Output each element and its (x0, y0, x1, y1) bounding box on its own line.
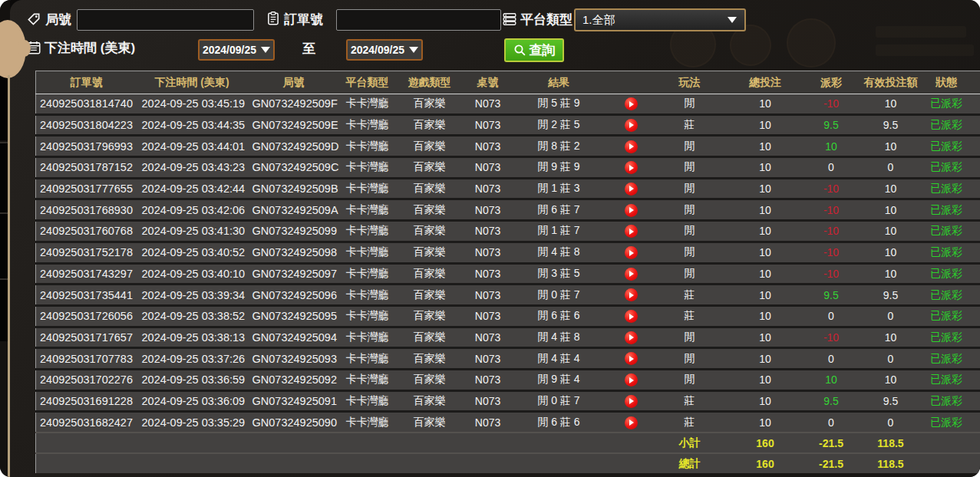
platform-type-select[interactable]: 1.全部 (574, 8, 746, 31)
round-number-input[interactable] (77, 9, 254, 31)
cell-game-type: 百家樂 (394, 412, 465, 433)
date-to-picker[interactable]: 2024/09/25 (346, 39, 423, 61)
filter-bar: 局號 訂單號 平台類型 1.全部 下注時間 (美東) 2024/09/25 (10, 0, 980, 71)
cell-video (607, 157, 655, 179)
cell-valid-bet: 10 (856, 178, 926, 199)
date-from-value: 2024/09/25 (203, 44, 256, 56)
cell-valid-bet: 10 (856, 199, 926, 221)
play-video-button[interactable] (625, 161, 638, 174)
cell-order-no: 240925031743297 (36, 263, 137, 285)
cell-status: 已派彩 (926, 136, 968, 157)
cell-valid-bet: 10 (856, 263, 926, 285)
search-button-label: 查詢 (530, 41, 556, 59)
cell-payout: -10 (807, 199, 856, 221)
play-video-button[interactable] (625, 331, 638, 344)
play-video-button[interactable] (625, 352, 638, 365)
play-video-button[interactable] (625, 119, 638, 132)
search-button[interactable]: 查詢 (504, 38, 564, 62)
cell-result: 閒 6 莊 6 (511, 412, 607, 433)
sidebar-toggle-decoration[interactable] (18, 40, 31, 57)
order-number-input[interactable] (336, 9, 501, 31)
play-video-button[interactable] (625, 140, 638, 153)
cell-clipped (968, 199, 980, 221)
sidebar-item-block (0, 212, 8, 278)
col-header-table-no: 桌號 (465, 71, 511, 94)
cell-table-no: N073 (465, 94, 511, 115)
cell-clipped (968, 305, 980, 327)
cell-game-type: 百家樂 (394, 157, 465, 179)
cell-bet-time: 2024-09-25 03:44:35 (137, 114, 247, 136)
subtotal-total-bet: 160 (724, 433, 807, 453)
cell-total-bet: 10 (724, 369, 807, 390)
cell-result: 閒 4 莊 8 (511, 242, 607, 263)
cell-clipped (968, 327, 980, 348)
cell-platform: 卡卡灣廳 (341, 305, 394, 327)
cell-order-no: 240925031760768 (36, 221, 137, 242)
cell-result: 閒 2 莊 5 (511, 114, 607, 136)
play-video-button[interactable] (625, 395, 638, 408)
cell-payout: 9.5 (807, 285, 856, 306)
cell-total-bet: 10 (724, 412, 807, 433)
cell-platform: 卡卡灣廳 (341, 221, 394, 242)
cell-valid-bet: 10 (856, 327, 926, 348)
cell-total-bet: 10 (724, 136, 807, 157)
play-video-button[interactable] (625, 246, 638, 259)
cell-table-no: N073 (465, 263, 511, 285)
cell-valid-bet: 9.5 (856, 390, 926, 412)
play-video-button[interactable] (625, 288, 638, 301)
cell-status: 已派彩 (926, 305, 968, 327)
cell-play-type: 閒 (655, 348, 724, 370)
play-video-button[interactable] (625, 183, 638, 196)
cell-status: 已派彩 (926, 94, 968, 115)
cell-clipped (968, 412, 980, 433)
cell-play-type: 閒 (655, 221, 724, 242)
date-from-picker[interactable]: 2024/09/25 (198, 39, 275, 61)
cell-order-no: 240925031804223 (36, 114, 137, 136)
play-video-button[interactable] (625, 416, 638, 429)
cell-order-no: 240925031726056 (36, 305, 137, 327)
cell-result: 閒 4 莊 8 (511, 327, 607, 348)
platform-type-label: 平台類型 (520, 11, 572, 28)
cell-bet-time: 2024-09-25 03:43:23 (137, 157, 247, 179)
cell-video (607, 178, 655, 199)
col-header-order-no: 訂單號 (36, 71, 137, 94)
cell-valid-bet: 9.5 (856, 285, 926, 306)
play-video-button[interactable] (625, 310, 638, 323)
play-video-button[interactable] (625, 225, 638, 238)
cell-status: 已派彩 (926, 178, 968, 199)
play-video-button[interactable] (625, 97, 638, 110)
grand-total-row: 總計 160 -21.5 118.5 (36, 453, 980, 473)
cell-play-type: 閒 (655, 369, 724, 390)
col-header-play-type: 玩法 (655, 71, 724, 94)
cell-round-no: GN07324925094 (247, 327, 341, 348)
table-row: 240925031682427 2024-09-25 03:35:29 GN07… (36, 412, 980, 433)
col-header-video (607, 71, 655, 94)
clipboard-icon (266, 11, 281, 26)
search-icon (513, 44, 526, 57)
cell-table-no: N073 (465, 221, 511, 242)
cell-platform: 卡卡灣廳 (341, 178, 394, 199)
cell-total-bet: 10 (724, 242, 807, 263)
table-row: 240925031804223 2024-09-25 03:44:35 GN07… (36, 114, 980, 136)
cell-bet-time: 2024-09-25 03:37:26 (137, 348, 247, 370)
cell-valid-bet: 10 (856, 369, 926, 390)
table-row: 240925031717657 2024-09-25 03:38:13 GN07… (36, 327, 980, 348)
cell-table-no: N073 (465, 305, 511, 327)
col-header-payout: 派彩 (807, 71, 856, 94)
cell-round-no: GN07324925099 (247, 221, 341, 242)
play-video-button[interactable] (625, 373, 638, 387)
cell-game-type: 百家樂 (394, 178, 465, 199)
cell-platform: 卡卡灣廳 (341, 157, 394, 179)
cell-total-bet: 10 (724, 305, 807, 327)
cell-payout: -10 (807, 327, 856, 348)
cell-platform: 卡卡灣廳 (341, 94, 394, 115)
cell-table-no: N073 (465, 157, 511, 179)
cell-status: 已派彩 (926, 390, 968, 412)
cell-clipped (968, 242, 980, 263)
cell-valid-bet: 0 (856, 348, 926, 370)
cell-game-type: 百家樂 (394, 136, 465, 157)
cell-status: 已派彩 (926, 157, 968, 179)
play-video-button[interactable] (625, 268, 638, 281)
play-video-button[interactable] (625, 204, 638, 217)
cell-result: 閒 0 莊 7 (511, 390, 607, 412)
